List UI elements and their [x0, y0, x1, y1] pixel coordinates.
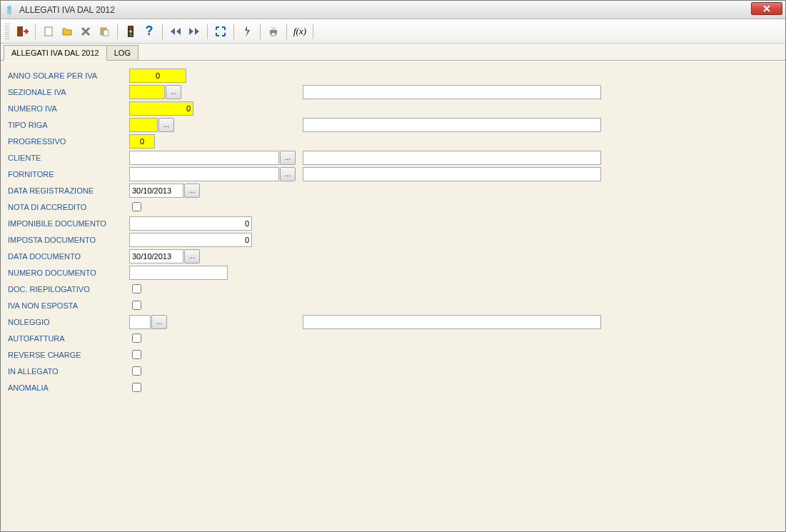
tipo-lookup[interactable]: ... — [158, 118, 174, 132]
reverse-checkbox[interactable] — [132, 350, 141, 359]
cliente-lookup[interactable]: ... — [280, 151, 296, 165]
imponibile-label: IMPONIBILE DOCUMENTO — [8, 219, 129, 228]
progressivo-field[interactable] — [129, 134, 155, 149]
ivanon-checkbox[interactable] — [132, 301, 141, 310]
noleggio-label: NOLEGGIO — [8, 318, 129, 326]
anno-label: ANNO SOLARE PER IVA — [8, 71, 129, 80]
script-button[interactable] — [238, 23, 256, 40]
print-button[interactable] — [265, 23, 282, 40]
svg-rect-11 — [271, 27, 276, 30]
imposta-field[interactable] — [129, 233, 252, 247]
sezionale-field[interactable] — [129, 85, 165, 99]
svg-point-7 — [129, 26, 132, 29]
anomalia-label: ANOMALIA — [8, 383, 129, 392]
tipo-label: TIPO RIGA — [8, 121, 129, 129]
svg-rect-2 — [17, 26, 23, 36]
app-icon — [4, 4, 15, 16]
datareg-field[interactable] — [129, 184, 183, 198]
traffic-button[interactable] — [122, 23, 139, 40]
paste-button[interactable] — [96, 23, 113, 40]
anomalia-checkbox[interactable] — [132, 383, 141, 392]
noleggio-field[interactable] — [129, 315, 151, 329]
nota-label: NOTA DI ACCREDITO — [8, 203, 129, 211]
svg-point-8 — [129, 30, 132, 33]
reverse-label: REVERSE CHARGE — [8, 351, 129, 359]
riepilog-checkbox[interactable] — [132, 284, 141, 293]
svg-rect-5 — [104, 30, 109, 36]
exit-button[interactable] — [14, 23, 31, 40]
titlebar: ALLEGATI IVA DAL 2012 — [1, 1, 785, 19]
datareg-label: DATA REGISTRAZIONE — [8, 186, 129, 195]
tipo-field[interactable] — [129, 118, 158, 132]
datadoc-field[interactable] — [129, 249, 183, 264]
cliente-field[interactable] — [129, 151, 279, 165]
new-button[interactable] — [40, 23, 57, 40]
delete-button[interactable] — [77, 23, 94, 40]
next-button[interactable] — [186, 23, 203, 40]
app-window: ALLEGATI IVA DAL 2012 ? — [0, 0, 786, 532]
numdoc-field[interactable] — [129, 266, 228, 280]
ivanon-label: IVA NON ESPOSTA — [8, 301, 129, 310]
datadoc-label: DATA DOCUMENTO — [8, 252, 129, 261]
progressivo-label: PROGRESSIVO — [8, 137, 129, 146]
svg-rect-3 — [45, 27, 52, 36]
svg-rect-12 — [271, 33, 276, 36]
autofattura-checkbox[interactable] — [132, 333, 141, 343]
nota-checkbox[interactable] — [132, 202, 141, 211]
form-panel: ANNO SOLARE PER IVA SEZIONALE IVA ... NU… — [1, 61, 785, 531]
cliente-desc[interactable] — [303, 151, 601, 165]
fx-button[interactable]: f(x) — [291, 23, 308, 40]
sezionale-desc[interactable] — [303, 85, 601, 99]
svg-rect-1 — [7, 10, 11, 14]
tab-log[interactable]: LOG — [107, 45, 138, 61]
noleggio-desc[interactable] — [303, 315, 601, 329]
inallegato-label: IN ALLEGATO — [8, 367, 129, 376]
fornitore-label: FORNITORE — [8, 170, 129, 179]
numero-label: NUMERO IVA — [8, 104, 129, 113]
sezionale-lookup[interactable]: ... — [166, 85, 181, 99]
datareg-picker[interactable]: ... — [184, 184, 200, 198]
noleggio-lookup[interactable]: ... — [151, 315, 167, 329]
autofattura-label: AUTOFATTURA — [8, 334, 129, 343]
numdoc-label: NUMERO DOCUMENTO — [8, 268, 129, 277]
tipo-desc[interactable] — [303, 118, 601, 132]
toolbar-grip — [5, 24, 9, 39]
imponibile-field[interactable] — [129, 216, 252, 231]
prev-button[interactable] — [167, 23, 184, 40]
riepilog-label: DOC. RIEPILOGATIVO — [8, 285, 129, 293]
svg-point-0 — [7, 6, 11, 10]
window-title: ALLEGATI IVA DAL 2012 — [19, 5, 785, 15]
fornitore-field[interactable] — [129, 167, 279, 181]
tab-bar: ALLEGATI IVA DAL 2012 LOG — [1, 44, 785, 61]
inallegato-checkbox[interactable] — [132, 366, 141, 376]
close-button[interactable] — [751, 2, 782, 15]
anno-field[interactable] — [129, 69, 186, 83]
imposta-label: IMPOSTA DOCUMENTO — [8, 236, 129, 244]
help-button[interactable]: ? — [141, 23, 158, 40]
fornitore-desc[interactable] — [303, 167, 601, 181]
open-button[interactable] — [59, 23, 76, 40]
fullscreen-button[interactable] — [212, 23, 229, 40]
sezionale-label: SEZIONALE IVA — [8, 88, 129, 96]
numero-field[interactable] — [129, 101, 193, 116]
toolbar: ? f(x) — [1, 19, 785, 44]
svg-point-9 — [129, 34, 132, 36]
fornitore-lookup[interactable]: ... — [280, 167, 296, 181]
cliente-label: CLIENTE — [8, 154, 129, 162]
tab-allegati[interactable]: ALLEGATI IVA DAL 2012 — [4, 45, 107, 61]
datadoc-picker[interactable]: ... — [184, 249, 200, 264]
